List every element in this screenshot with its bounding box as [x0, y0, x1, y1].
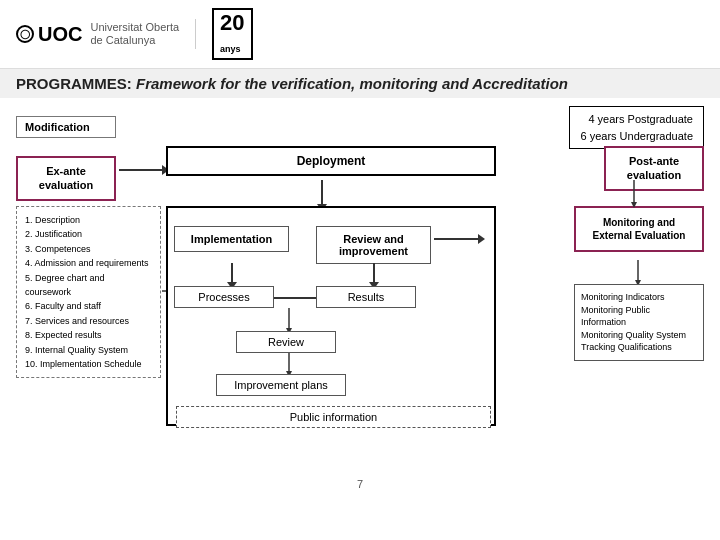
exante-box: Ex-ante evaluation — [16, 156, 116, 201]
arrow-postante-to-monitoring — [629, 180, 639, 208]
review-box: Review — [236, 331, 336, 353]
title-main: Framework for the verification, monitori… — [136, 75, 568, 92]
title-bar: PROGRAMMES: Framework for the verificati… — [0, 69, 720, 98]
svg-marker-9 — [631, 202, 637, 208]
sidebar-item-6: 6. Faculty and staff — [25, 299, 152, 313]
hline-proc-res — [274, 297, 316, 299]
logo-text-uoc: UOC — [38, 23, 82, 46]
arrow-to-monitoring — [434, 238, 479, 240]
arrow-deploy-down — [321, 180, 323, 205]
implementation-box: Implementation — [174, 226, 289, 252]
sidebar-item-7: 7. Services and resources — [25, 314, 152, 328]
review-improvement-box: Review and improvement — [316, 226, 431, 264]
logo-icon: ◯ — [16, 25, 34, 43]
logo-subtitle: Universitat Oberta de Catalunya — [90, 21, 179, 47]
anniversary-badge: 20 anys — [212, 8, 252, 60]
arrow-exante-deploy — [119, 169, 163, 171]
improvement-plans-box: Improvement plans — [216, 374, 346, 396]
monitoring-indicator-1: Monitoring Indicators — [581, 291, 697, 304]
sidebar-item-9: 9. Internal Quality System — [25, 343, 152, 357]
postante-box: Post-ante evaluation — [604, 146, 704, 191]
arrow-impl-down — [231, 263, 233, 283]
sidebar-item-4: 4. Admission and requirements — [25, 256, 152, 270]
sidebar-item-8: 8. Expected results — [25, 328, 152, 342]
monitoring-box: Monitoring and External Evaluation — [574, 206, 704, 252]
public-info-box: Public information — [176, 406, 491, 428]
deployment-box: Deployment — [166, 146, 496, 176]
monitoring-indicator-2: Monitoring Public Information — [581, 304, 697, 329]
logo-area: ◯ UOC Universitat Oberta de Catalunya 20… — [16, 8, 253, 60]
monitoring-indicator-4: Tracking Qualifications — [581, 341, 697, 354]
results-box: Results — [316, 286, 416, 308]
page-title: PROGRAMMES: Framework for the verificati… — [16, 75, 704, 92]
logo-uoc: ◯ UOC — [16, 23, 82, 46]
page-number: 7 — [357, 478, 363, 490]
sidebar-list: 1. Description 2. Justification 3. Compe… — [16, 206, 161, 378]
main-content: 4 years Postgraduate 6 years Undergradua… — [0, 98, 720, 494]
monitoring-indicators-box: Monitoring Indicators Monitoring Public … — [574, 284, 704, 361]
sidebar-item-5: 5. Degree chart and coursework — [25, 271, 152, 300]
sidebar-item-2: 2. Justification — [25, 227, 152, 241]
sidebar-item-1: 1. Description — [25, 213, 152, 227]
logo-divider — [195, 19, 196, 49]
title-prefix: PROGRAMMES: — [16, 75, 132, 92]
arrow-review-down — [373, 263, 375, 283]
processes-box: Processes — [174, 286, 274, 308]
sidebar-item-10: 10. Implementation Schedule — [25, 357, 152, 371]
modification-box: Modification — [16, 116, 116, 138]
diagram: Modification Ex-ante evaluation Deployme… — [16, 116, 704, 486]
arrow-monitoring-down — [633, 260, 643, 286]
monitoring-indicator-3: Monitoring Quality System — [581, 329, 697, 342]
sidebar-item-3: 3. Competences — [25, 242, 152, 256]
header: ◯ UOC Universitat Oberta de Catalunya 20… — [0, 0, 720, 69]
